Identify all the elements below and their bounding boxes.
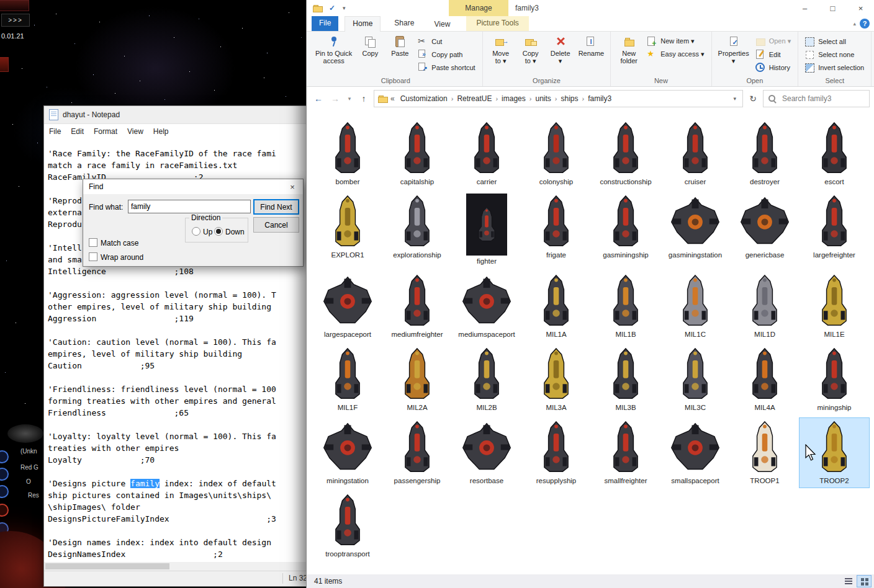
file-item-capitalship[interactable]: capitalship <box>382 119 452 189</box>
game-sidebar-button[interactable] <box>0 485 9 498</box>
game-sidebar-button[interactable] <box>0 468 9 481</box>
file-item-mediumfreighter[interactable]: mediumfreighter <box>382 272 452 341</box>
minimize-button[interactable]: – <box>791 0 819 16</box>
back-button[interactable]: ← <box>312 94 325 104</box>
collapse-ribbon-icon[interactable]: ▴ <box>853 20 856 27</box>
menu-edit[interactable]: Edit <box>66 125 89 138</box>
file-item-colonyship[interactable]: colonyship <box>521 119 591 189</box>
rename-button[interactable]: Rename <box>575 33 608 57</box>
file-item-miningstation[interactable]: miningstation <box>313 418 382 488</box>
file-item-mil3b[interactable]: MIL3B <box>591 345 660 414</box>
file-item-largespaceport[interactable]: largespaceport <box>313 272 382 341</box>
file-item-carrier[interactable]: carrier <box>452 119 521 189</box>
menu-view[interactable]: View <box>122 125 148 138</box>
direction-down-radio[interactable]: Down <box>214 227 245 236</box>
find-what-input[interactable] <box>128 200 251 213</box>
scrollbar-thumb[interactable] <box>45 563 169 569</box>
game-sidebar-button[interactable] <box>0 450 9 463</box>
history-button[interactable]: History <box>754 61 795 74</box>
file-item-resupplyship[interactable]: resupplyship <box>521 418 591 488</box>
file-item-trooptransport[interactable]: trooptransport <box>313 491 382 561</box>
folder-icon[interactable] <box>313 4 323 12</box>
file-item-mil3a[interactable]: MIL3A <box>521 345 591 414</box>
breadcrumb-item-units[interactable]: units <box>532 93 554 104</box>
tab-file[interactable]: File <box>312 16 338 31</box>
cut-button[interactable]: Cut <box>416 35 479 48</box>
new-item-button[interactable]: New item ▾ <box>645 35 708 48</box>
edit-button[interactable]: Edit <box>754 48 795 61</box>
file-item-miningship[interactable]: miningship <box>800 345 869 414</box>
file-item-mil1a[interactable]: MIL1A <box>521 272 591 341</box>
file-item-mil1d[interactable]: MIL1D <box>730 272 800 341</box>
tab-share[interactable]: Share <box>387 16 421 31</box>
file-item-largefreighter[interactable]: largefreighter <box>800 192 869 268</box>
new-folder-button[interactable]: New folder <box>614 33 644 65</box>
breadcrumb-truncate[interactable]: « <box>389 94 397 103</box>
address-box[interactable]: « Customization›RetreatUE›images›units›s… <box>374 90 743 107</box>
select-all-button[interactable]: Select all <box>803 35 868 48</box>
file-item-passengership[interactable]: passengership <box>382 418 452 488</box>
tab-picture-tools[interactable]: Picture Tools <box>466 16 528 31</box>
move-to-button[interactable]: Move to ▾ <box>486 33 516 65</box>
open-button[interactable]: Open ▾ <box>754 35 795 48</box>
file-item-mil1f[interactable]: MIL1F <box>313 345 382 414</box>
file-item-smallfreighter[interactable]: smallfreighter <box>591 418 660 488</box>
find-dialog-titlebar[interactable]: Find × <box>83 179 303 194</box>
file-item-frigate[interactable]: frigate <box>521 192 591 268</box>
delete-button[interactable]: Delete ▾ <box>546 33 575 65</box>
invert-selection-button[interactable]: Invert selection <box>803 61 868 74</box>
file-list-area[interactable]: bombercapitalshipcarriercolonyshipconstr… <box>307 110 874 574</box>
breadcrumb-item-customization[interactable]: Customization <box>397 93 451 104</box>
thumbnail-view-button[interactable] <box>857 576 871 587</box>
explorer-titlebar[interactable]: ▾ Manage family3 – □ × <box>307 0 874 16</box>
copy-button[interactable]: Copy <box>355 33 385 57</box>
find-next-button[interactable]: Find Next <box>253 199 299 215</box>
paste-shortcut-button[interactable]: Paste shortcut <box>416 61 479 74</box>
match-case-checkbox[interactable]: Match case <box>89 238 138 247</box>
copy-to-button[interactable]: Copy to ▾ <box>516 33 546 65</box>
cancel-button[interactable]: Cancel <box>253 217 299 233</box>
select-none-button[interactable]: Select none <box>803 48 868 61</box>
direction-up-radio[interactable]: Up <box>192 227 212 236</box>
file-item-mediumspaceport[interactable]: mediumspaceport <box>452 272 521 341</box>
file-item-mil1e[interactable]: MIL1E <box>800 272 869 341</box>
paste-button[interactable]: Paste <box>385 33 415 57</box>
file-item-cruiser[interactable]: cruiser <box>660 119 730 189</box>
search-input[interactable] <box>781 94 865 104</box>
file-item-escort[interactable]: escort <box>800 119 869 189</box>
tab-home[interactable]: Home <box>345 16 381 32</box>
history-dropdown-icon[interactable]: ▾ <box>345 96 354 102</box>
menu-format[interactable]: Format <box>89 125 122 138</box>
list-view-button[interactable] <box>842 576 855 587</box>
easy-access-button[interactable]: Easy access ▾ <box>645 48 708 61</box>
file-item-constructionship[interactable]: constructionship <box>591 119 660 189</box>
up-button[interactable]: ↑ <box>357 94 371 104</box>
pin-to-quick-access-button[interactable]: Pin to Quick access <box>312 33 355 65</box>
breadcrumb-item-images[interactable]: images <box>498 93 529 104</box>
breadcrumb-item-retreatue[interactable]: RetreatUE <box>454 93 495 104</box>
file-item-explor1[interactable]: EXPLOR1 <box>313 192 382 268</box>
notepad-titlebar[interactable]: dhayut - Notepad <box>44 106 311 124</box>
game-sidebar-button[interactable] <box>0 504 9 517</box>
file-item-explorationship[interactable]: explorationship <box>382 192 452 268</box>
forward-button[interactable]: → <box>328 94 342 104</box>
file-item-resortbase[interactable]: resortbase <box>452 418 521 488</box>
file-item-bomber[interactable]: bomber <box>313 119 382 189</box>
file-item-genericbase[interactable]: genericbase <box>730 192 800 268</box>
file-item-mil3c[interactable]: MIL3C <box>660 345 730 414</box>
close-icon[interactable]: × <box>283 180 302 194</box>
file-item-destroyer[interactable]: destroyer <box>730 119 800 189</box>
file-item-mil4a[interactable]: MIL4A <box>730 345 800 414</box>
maximize-button[interactable]: □ <box>819 0 847 16</box>
refresh-icon[interactable]: ↻ <box>746 94 760 104</box>
search-box[interactable] <box>763 90 870 107</box>
file-item-gasminingstation[interactable]: gasminingstation <box>660 192 730 268</box>
close-button[interactable]: × <box>847 0 874 16</box>
horizontal-scrollbar[interactable] <box>44 562 311 571</box>
menu-help[interactable]: Help <box>148 125 174 138</box>
wrap-around-checkbox[interactable]: Wrap around <box>89 252 143 262</box>
file-item-smallspaceport[interactable]: smallspaceport <box>660 418 730 488</box>
game-side-icon[interactable] <box>0 57 9 72</box>
address-dropdown-icon[interactable]: ▾ <box>731 96 739 102</box>
file-item-mil2b[interactable]: MIL2B <box>452 345 521 414</box>
